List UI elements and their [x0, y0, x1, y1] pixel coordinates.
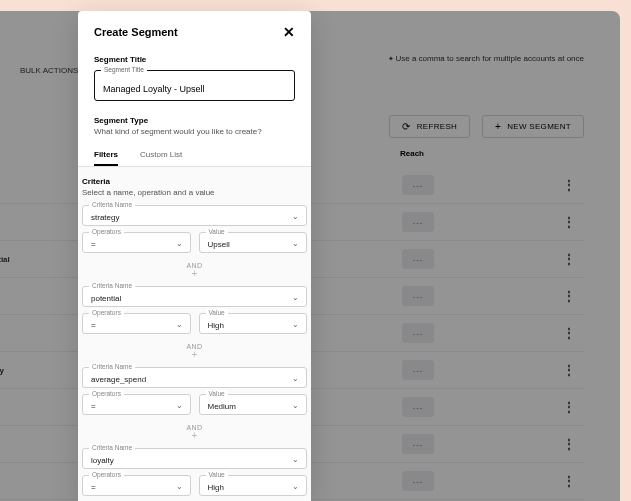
segment-type-label: Segment Type	[94, 116, 295, 125]
criteria-name-select[interactable]: Criteria Namepotential⌄	[82, 286, 307, 307]
and-connector: AND+	[82, 262, 307, 278]
criteria-label: Criteria	[82, 177, 307, 186]
bulk-prefix: BULK ACTIONS	[20, 66, 80, 75]
row-reach: ---	[402, 471, 458, 491]
operator-select[interactable]: Operators=⌄	[82, 394, 191, 415]
row-reach: ---	[402, 175, 458, 195]
chevron-down-icon: ⌄	[176, 320, 183, 329]
chevron-down-icon: ⌄	[292, 320, 299, 329]
new-segment-button[interactable]: +NEW SEGMENT	[482, 115, 584, 138]
segment-title-input[interactable]	[103, 84, 286, 94]
and-connector: AND+	[82, 343, 307, 359]
refresh-button[interactable]: ⟳REFRESH	[389, 115, 470, 138]
row-name: nt	[0, 181, 90, 190]
row-menu-icon[interactable]: ⋮	[554, 215, 584, 229]
criteria-name-select[interactable]: Criteria Namestrategy⌄	[82, 205, 307, 226]
row-menu-icon[interactable]: ⋮	[554, 474, 584, 488]
chevron-down-icon: ⌄	[176, 239, 183, 248]
row-menu-icon[interactable]: ⋮	[554, 178, 584, 192]
segment-title-field[interactable]: Segment Title	[94, 70, 295, 101]
chevron-down-icon: ⌄	[292, 455, 299, 464]
search-hint: Use a comma to search for multiple accou…	[388, 54, 584, 63]
operator-select[interactable]: Operators=⌄	[82, 475, 191, 496]
chevron-down-icon: ⌄	[292, 401, 299, 410]
refresh-icon: ⟳	[402, 123, 410, 131]
criteria-name-select[interactable]: Criteria Nameloyalty⌄	[82, 448, 307, 469]
row-name: ion	[0, 292, 90, 301]
value-select[interactable]: ValueMedium⌄	[199, 394, 308, 415]
criteria-sub: Select a name, operation and a value	[82, 188, 307, 197]
row-menu-icon[interactable]: ⋮	[554, 326, 584, 340]
row-reach: ---	[402, 434, 458, 454]
field-floating-label: Segment Title	[101, 66, 147, 73]
value-select[interactable]: ValueUpsell⌄	[199, 232, 308, 253]
plus-icon: +	[495, 123, 501, 131]
row-reach: ---	[402, 212, 458, 232]
tab-filters[interactable]: Filters	[94, 150, 118, 166]
chevron-down-icon: ⌄	[176, 401, 183, 410]
row-menu-icon[interactable]: ⋮	[554, 252, 584, 266]
chevron-down-icon: ⌄	[292, 482, 299, 491]
row-menu-icon[interactable]: ⋮	[554, 363, 584, 377]
chevron-down-icon: ⌄	[176, 482, 183, 491]
create-segment-modal: Create Segment ✕ Segment Title Segment T…	[78, 11, 311, 501]
modal-title: Create Segment	[94, 26, 178, 38]
col-reach: Reach	[400, 149, 424, 158]
new-label: NEW SEGMENT	[507, 122, 571, 131]
operator-select[interactable]: Operators=⌄	[82, 313, 191, 334]
chevron-down-icon: ⌄	[292, 374, 299, 383]
add-criteria-icon[interactable]: +	[82, 350, 307, 359]
operator-select[interactable]: Operators=⌄	[82, 232, 191, 253]
segment-title-label: Segment Title	[94, 55, 295, 64]
value-select[interactable]: ValueHigh⌄	[199, 475, 308, 496]
chevron-down-icon: ⌄	[292, 212, 299, 221]
tab-custom-list[interactable]: Custom List	[140, 150, 182, 166]
close-icon[interactable]: ✕	[283, 24, 295, 40]
segment-type-sub: What kind of segment would you like to c…	[94, 127, 295, 136]
row-reach: ---	[402, 286, 458, 306]
add-criteria-icon[interactable]: +	[82, 431, 307, 440]
row-reach: ---	[402, 249, 458, 269]
row-menu-icon[interactable]: ⋮	[554, 400, 584, 414]
row-menu-icon[interactable]: ⋮	[554, 437, 584, 451]
row-name: Loyalty	[0, 366, 90, 375]
refresh-label: REFRESH	[417, 122, 457, 131]
row-menu-icon[interactable]: ⋮	[554, 289, 584, 303]
value-select[interactable]: ValueHigh⌄	[199, 313, 308, 334]
row-name: l	[0, 477, 90, 486]
add-criteria-icon[interactable]: +	[82, 269, 307, 278]
row-name: Potential	[0, 255, 90, 264]
row-reach: ---	[402, 323, 458, 343]
row-reach: ---	[402, 397, 458, 417]
criteria-name-select[interactable]: Criteria Nameaverage_spend⌄	[82, 367, 307, 388]
chevron-down-icon: ⌄	[292, 239, 299, 248]
row-reach: ---	[402, 360, 458, 380]
chevron-down-icon: ⌄	[292, 293, 299, 302]
and-connector: AND+	[82, 424, 307, 440]
